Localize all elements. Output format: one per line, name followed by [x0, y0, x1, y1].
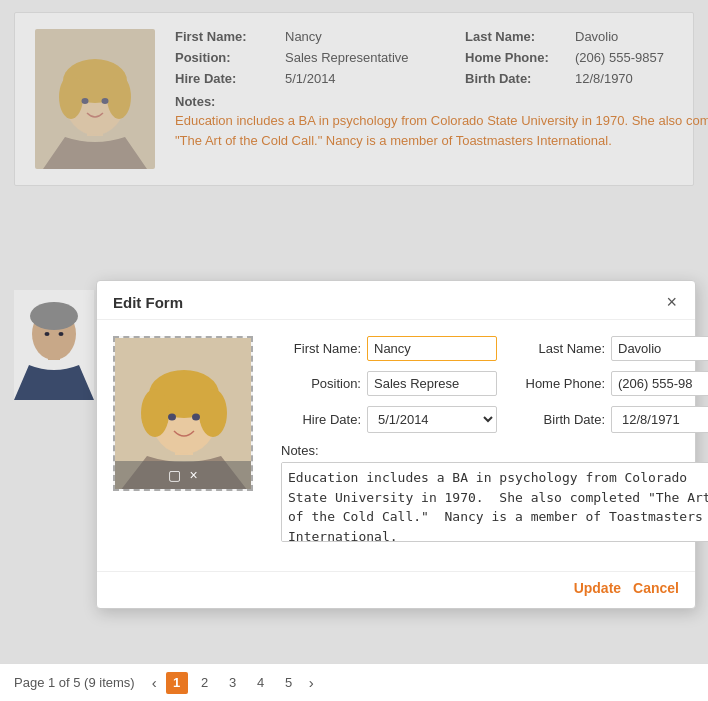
- modal-first-name-label: First Name:: [281, 341, 361, 356]
- svg-point-21: [199, 389, 227, 437]
- modal-title: Edit Form: [113, 294, 183, 311]
- modal-header: Edit Form ×: [97, 281, 695, 320]
- modal-notes-row: Notes: Education includes a BA in psycho…: [281, 443, 708, 545]
- field-row-name: First Name: Last Name:: [281, 336, 708, 361]
- page-num-4[interactable]: 4: [250, 672, 272, 694]
- modal-birth-date-select[interactable]: 12/8/1971: [611, 406, 708, 433]
- modal-hire-date-select[interactable]: 5/1/2014: [367, 406, 497, 433]
- page-num-3[interactable]: 3: [222, 672, 244, 694]
- modal-footer: Update Cancel: [97, 571, 695, 608]
- bg-person-svg: [14, 290, 94, 400]
- field-row-dates: Hire Date: 5/1/2014 Birth Date: 12/8/197…: [281, 406, 708, 433]
- cancel-button[interactable]: Cancel: [633, 580, 679, 596]
- svg-point-12: [30, 302, 78, 330]
- page-info: Page 1 of 5 (9 items): [14, 675, 135, 690]
- page-num-1[interactable]: 1: [166, 672, 188, 694]
- pagination-bar: Page 1 of 5 (9 items) ‹ 1 2 3 4 5 ›: [0, 663, 708, 701]
- modal-body: ▢ × First Name: Last Name: Position: Hom…: [97, 320, 695, 571]
- modal-last-name-input[interactable]: [611, 336, 708, 361]
- svg-point-13: [45, 332, 50, 336]
- modal-notes-textarea[interactable]: Education includes a BA in psychology fr…: [281, 462, 708, 542]
- modal-photo-box[interactable]: ▢ ×: [113, 336, 253, 491]
- svg-point-23: [192, 414, 200, 421]
- modal-photo-frame-icon[interactable]: ▢: [168, 467, 181, 483]
- svg-point-14: [59, 332, 64, 336]
- modal-position-label: Position:: [281, 376, 361, 391]
- modal-photo-delete-icon[interactable]: ×: [189, 467, 197, 483]
- page-num-5[interactable]: 5: [278, 672, 300, 694]
- modal-last-name-label: Last Name:: [515, 341, 605, 356]
- svg-point-20: [141, 389, 169, 437]
- modal-photo-toolbar: ▢ ×: [115, 461, 251, 489]
- modal-fields: First Name: Last Name: Position: Home Ph…: [281, 336, 708, 555]
- modal-notes-label: Notes:: [281, 443, 708, 458]
- svg-point-22: [168, 414, 176, 421]
- modal-home-phone-input[interactable]: [611, 371, 708, 396]
- modal-birth-date-label: Birth Date:: [515, 412, 605, 427]
- modal-position-input[interactable]: [367, 371, 497, 396]
- modal-first-name-input[interactable]: [367, 336, 497, 361]
- modal-hire-date-label: Hire Date:: [281, 412, 361, 427]
- prev-page-button[interactable]: ‹: [149, 674, 160, 691]
- update-button[interactable]: Update: [574, 580, 621, 596]
- bg-person: [14, 290, 94, 400]
- modal-photo-area: ▢ ×: [113, 336, 263, 555]
- next-page-button[interactable]: ›: [306, 674, 317, 691]
- field-row-position: Position: Home Phone:: [281, 371, 708, 396]
- modal-close-button[interactable]: ×: [664, 293, 679, 311]
- modal-home-phone-label: Home Phone:: [515, 376, 605, 391]
- page-num-2[interactable]: 2: [194, 672, 216, 694]
- edit-form-modal: Edit Form × ▢: [96, 280, 696, 609]
